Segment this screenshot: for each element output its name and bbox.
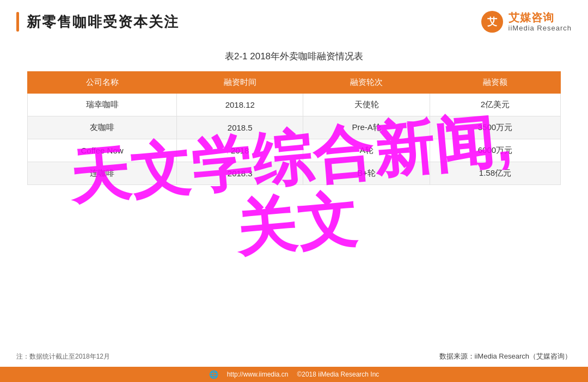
funding-table: 公司名称 融资时间 融资轮次 融资额 瑞幸咖啡 2018.12 天使轮 2亿美元… — [27, 71, 561, 185]
footer: 注：数据统计截止至2018年12月 数据来源：iiMedia Research（… — [0, 346, 588, 382]
cell-time-2: 2018.5 — [177, 116, 303, 139]
col-round: 融资轮次 — [303, 72, 430, 94]
page-title: 新零售咖啡受资本关注 — [27, 13, 179, 32]
col-time: 融资时间 — [177, 72, 303, 94]
table-title: 表2-1 2018年外卖咖啡融资情况表 — [27, 50, 561, 63]
svg-text:艾: 艾 — [487, 16, 498, 27]
watermark-line2: 关文 — [72, 171, 521, 276]
col-amount: 融资额 — [430, 72, 560, 94]
cell-round-2: Pre-A轮 — [303, 116, 430, 139]
cell-company-2: 友咖啡 — [28, 116, 177, 139]
col-company: 公司名称 — [28, 72, 177, 94]
table-row: 友咖啡 2018.5 Pre-A轮 3500万元 — [28, 116, 561, 139]
logo-area: 艾 艾媒咨询 iiMedia Research — [480, 10, 572, 34]
page-header: 新零售咖啡受资本关注 艾 艾媒咨询 iiMedia Research — [0, 0, 588, 39]
cell-company-1: 瑞幸咖啡 — [28, 94, 177, 116]
cell-amount-3: 6000万元 — [430, 139, 560, 162]
table-body: 瑞幸咖啡 2018.12 天使轮 2亿美元 友咖啡 2018.5 Pre-A轮 … — [28, 94, 561, 185]
cell-company-3: Coffee Now — [28, 139, 177, 162]
logo-name-cn: 艾媒咨询 — [509, 11, 572, 24]
cell-round-3: A轮 — [303, 139, 430, 162]
footer-source: 数据来源：iiMedia Research（艾媒咨询） — [439, 352, 572, 361]
cell-company-4: 连咖啡 — [28, 162, 177, 185]
cell-amount-4: 1.58亿元 — [430, 162, 560, 185]
table-header-row: 公司名称 融资时间 融资轮次 融资额 — [28, 72, 561, 94]
logo-name-en: iiMedia Research — [509, 24, 572, 33]
cell-time-1: 2018.12 — [177, 94, 303, 116]
globe-icon: 🌐 — [209, 370, 218, 379]
cell-round-4: B+轮 — [303, 162, 430, 185]
footer-copyright: ©2018 iiMedia Research Inc — [297, 371, 379, 378]
cell-amount-1: 2亿美元 — [430, 94, 560, 116]
logo-icon: 艾 — [480, 10, 504, 34]
table-header: 公司名称 融资时间 融资轮次 融资额 — [28, 72, 561, 94]
cell-time-3: 2018 — [177, 139, 303, 162]
table-row: 连咖啡 2018.3 B+轮 1.58亿元 — [28, 162, 561, 185]
footer-website: http://www.iimedia.cn — [227, 371, 289, 378]
table-row: 瑞幸咖啡 2018.12 天使轮 2亿美元 — [28, 94, 561, 116]
cell-time-4: 2018.3 — [177, 162, 303, 185]
cell-round-1: 天使轮 — [303, 94, 430, 116]
footer-note: 注：数据统计截止至2018年12月 — [16, 352, 110, 361]
header-accent-bar — [16, 12, 19, 32]
main-content: 表2-1 2018年外卖咖啡融资情况表 公司名称 融资时间 融资轮次 融资额 瑞… — [0, 39, 588, 185]
cell-amount-2: 3500万元 — [430, 116, 560, 139]
table-row: Coffee Now 2018 A轮 6000万元 — [28, 139, 561, 162]
footer-orange-bar: 🌐 http://www.iimedia.cn ©2018 iiMedia Re… — [0, 367, 588, 382]
logo-text: 艾媒咨询 iiMedia Research — [509, 11, 572, 33]
footer-info-row: 注：数据统计截止至2018年12月 数据来源：iiMedia Research（… — [0, 346, 588, 367]
